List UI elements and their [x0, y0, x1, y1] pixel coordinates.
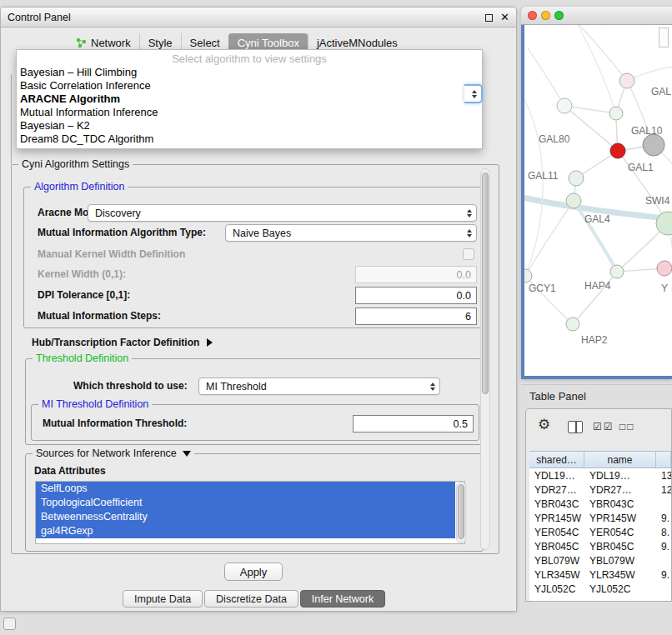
deselect-all-checkboxes-icon[interactable]: □□ [619, 421, 635, 432]
network-node[interactable] [566, 193, 581, 208]
network-node[interactable] [657, 261, 672, 276]
select-all-checkboxes-icon[interactable]: ☑☑ [593, 421, 614, 432]
float-window-icon[interactable] [485, 14, 493, 22]
apply-button[interactable]: Apply [224, 562, 283, 581]
bottom-tab-impute-data[interactable]: Impute Data [123, 590, 203, 608]
list-scrollbar-thumb[interactable] [458, 484, 464, 539]
network-edge [525, 201, 574, 276]
kernel-width-input[interactable]: 0.0 [355, 266, 477, 283]
settings-scrollbar-thumb[interactable] [482, 172, 489, 394]
network-node[interactable] [643, 134, 664, 156]
tab-label: Style [148, 37, 173, 49]
minimize-light-icon[interactable] [541, 11, 550, 20]
node-label: GAL1 [628, 162, 654, 173]
manual-kernel-label: Manual Kernel Width Definition [38, 246, 185, 263]
network-view-titlebar[interactable] [521, 7, 672, 25]
table-cell: YJL052C [529, 583, 584, 595]
node-label: GAL80 [539, 133, 570, 145]
node-label: Y [661, 282, 668, 294]
network-node[interactable] [524, 269, 532, 282]
table-row[interactable]: YBR043CYBR043C [529, 497, 671, 511]
close-icon[interactable]: ✕ [500, 11, 509, 23]
attribute-item-selfloops[interactable]: SelfLoops [36, 482, 455, 496]
column-header-extra[interactable] [656, 452, 671, 468]
close-light-icon[interactable] [528, 11, 537, 20]
network-node[interactable] [557, 98, 572, 113]
sources-group-title[interactable]: Sources for Network Inference [33, 448, 194, 459]
combo-stepper-icon [467, 229, 472, 238]
table-cell: YBR045C [529, 541, 584, 552]
dropdown-item-basic-correlation-inference[interactable]: Basic Correlation Inference [17, 79, 482, 92]
table-cell: YBL079W [584, 555, 656, 567]
network-canvas[interactable]: GAL80GALGAL10GAL11GAL1SWI4GAL4GCY1HAP4YH… [524, 25, 672, 376]
hub-section-toggle[interactable]: Hub/Transcription Factor Definition [32, 335, 213, 350]
table-row[interactable]: YPR145WYPR145W9. [529, 511, 671, 525]
network-edge [573, 25, 627, 81]
window-title: Control Panel [8, 12, 71, 23]
network-node[interactable] [610, 265, 624, 278]
aracne-mode-combo[interactable]: Discovery [88, 204, 477, 222]
dropdown-item-aracne-algorithm[interactable]: ARACNE Algorithm [17, 92, 482, 106]
table-cell: 9. [656, 512, 671, 524]
network-node[interactable] [566, 318, 579, 331]
table-cell: YLR345W [584, 569, 656, 581]
table-cell: YBR045C [584, 541, 656, 552]
columns-icon[interactable] [568, 421, 583, 433]
desktop: Control Panel ✕ NetworkStyleSelectCyni T… [0, 0, 672, 635]
table-row[interactable]: YLR345WYLR345W9. [529, 568, 671, 582]
table-cell: 9. [656, 541, 671, 552]
which-threshold-label: Which threshold to use: [73, 378, 188, 395]
network-node[interactable] [610, 143, 625, 158]
network-node[interactable] [619, 73, 634, 88]
settings-gear-icon[interactable]: ⚙ [538, 416, 550, 433]
network-icon [76, 38, 87, 48]
column-header-name[interactable]: name [584, 452, 656, 468]
table-row[interactable]: YBL079WYBL079W [529, 553, 671, 568]
node-label: HAP4 [584, 280, 611, 292]
control-panel-titlebar[interactable]: Control Panel ✕ [1, 8, 516, 28]
table-cell: 9. [656, 569, 671, 581]
attribute-item-gal4rgexp[interactable]: gal4RGexp [36, 524, 455, 538]
algorithm-dropdown-popup: Select algorithm to view settingsBayesia… [16, 49, 483, 149]
dropdown-item-bayesian-hill-climbing[interactable]: Bayesian – Hill Climbing [17, 66, 482, 79]
mi-threshold-group-title: MI Threshold Definition [38, 398, 152, 410]
which-threshold-combo[interactable]: MI Threshold [198, 378, 440, 395]
node-label: HAP2 [581, 334, 608, 346]
bottom-tab-infer-network[interactable]: Infer Network [300, 590, 385, 608]
list-scrollbar[interactable] [456, 482, 466, 543]
bottom-tab-discretize-data[interactable]: Discretize Data [204, 590, 298, 608]
table-cell: YBR043C [584, 498, 656, 510]
attribute-item-topologicalcoefficient[interactable]: TopologicalCoefficient [36, 496, 455, 510]
dropdown-item-dream8-dc-tdc-algorithm[interactable]: Dream8 DC_TDC Algorithm [17, 132, 482, 146]
table-row[interactable]: YDR27…YDR27…12 [529, 482, 671, 497]
mi-type-value: Naive Bayes [233, 228, 291, 239]
kernel-width-label: Kernel Width (0,1): [38, 266, 126, 283]
settings-scrollbar[interactable] [480, 168, 490, 550]
attribute-item-betweennesscentrality[interactable]: BetweennessCentrality [36, 510, 455, 524]
mi-threshold-input[interactable]: 0.5 [353, 415, 474, 432]
network-scrollbar-fragment[interactable] [659, 28, 669, 48]
network-node[interactable] [609, 107, 623, 120]
manual-kernel-checkbox[interactable] [463, 248, 474, 260]
dpi-tolerance-value: 0.0 [457, 290, 471, 302]
table-row[interactable]: YJL052CYJL052C [529, 582, 671, 596]
table-row[interactable]: YBR045CYBR045C9. [529, 539, 671, 553]
tab-label: Cyni Toolbox [238, 37, 299, 49]
combo-stepper-icon [472, 90, 477, 98]
algorithm-combo-fragment[interactable] [464, 84, 483, 103]
table-row[interactable]: YER054CYER054C8. [529, 525, 671, 539]
zoom-light-icon[interactable] [554, 11, 564, 20]
table-cell: 12 [656, 484, 671, 496]
table-row[interactable]: YDL19…YDL19…13 [529, 468, 671, 482]
collapsed-panel-button[interactable] [3, 618, 16, 630]
dpi-tolerance-input[interactable]: 0.0 [355, 287, 477, 304]
dropdown-item-bayesian-k2[interactable]: Bayesian – K2 [17, 119, 482, 132]
mi-type-combo[interactable]: Naive Bayes [225, 224, 477, 242]
dropdown-item-mutual-information-inference[interactable]: Mutual Information Inference [17, 106, 482, 119]
column-header-shared[interactable]: shared… [529, 452, 584, 468]
mi-steps-input[interactable]: 6 [355, 308, 477, 325]
table-cell: YPR145W [584, 512, 656, 524]
network-node[interactable] [569, 171, 584, 186]
tab-label: Network [91, 37, 131, 49]
dpi-tolerance-label: DPI Tolerance [0,1]: [38, 287, 130, 304]
